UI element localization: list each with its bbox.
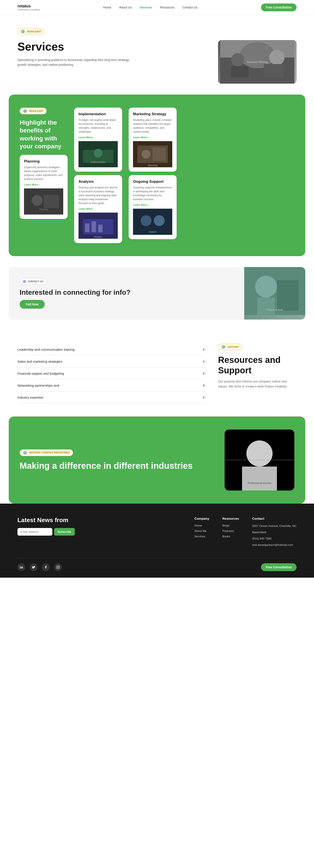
- subscribe-button[interactable]: Subscribe: [54, 528, 75, 536]
- analysis-arrow-icon: ›: [93, 207, 94, 210]
- analysis-title: Analysis: [79, 180, 118, 184]
- nav-about[interactable]: About Us: [119, 6, 132, 9]
- email-input[interactable]: [18, 528, 52, 536]
- linkedin-icon[interactable]: [18, 563, 25, 571]
- ongoing-image: Support: [133, 209, 172, 235]
- impl-title: Implementation: [79, 112, 118, 116]
- svg-text:Business Meeting: Business Meeting: [247, 61, 268, 64]
- analysis-learn-more[interactable]: Learn More ›: [79, 207, 118, 210]
- ongoing-desc: Coaching supports entrepreneurs in devel…: [133, 186, 172, 201]
- footer-company-heading: Company: [194, 517, 209, 520]
- nav-contact[interactable]: Contact Us: [182, 6, 197, 9]
- green-left: ⚙️ HIGHLIGHT Highlight the benefits of w…: [20, 107, 67, 219]
- support-badge: ⚙️ SUPPORT: [218, 343, 242, 350]
- footer-city: Bakersfield: [252, 530, 296, 535]
- planning-img-svg: Planning: [24, 188, 63, 215]
- impl-img-svg: Implementation: [79, 141, 118, 167]
- svg-rect-20: [98, 224, 103, 232]
- planning-card: Planning Organizing business strategies …: [20, 155, 67, 219]
- nav-cta-button[interactable]: Free Consultation: [261, 3, 296, 11]
- footer-cta-button[interactable]: Free Consultation: [261, 563, 296, 571]
- call-now-button[interactable]: Call Now: [20, 300, 45, 309]
- footer-company-home[interactable]: Home: [194, 524, 209, 527]
- hero-section: ⚙️ HIGHLIGHT Services Specializing in pr…: [0, 15, 314, 95]
- footer-books[interactable]: Books: [222, 535, 239, 538]
- svg-point-29: [154, 215, 165, 226]
- nav-home[interactable]: Home: [103, 6, 111, 9]
- implementation-card: Implementation To begin, thoroughly unde…: [74, 107, 122, 172]
- hero-badge-label: HIGHLIGHT: [27, 30, 41, 33]
- ongoing-learn-more[interactable]: Learn More ›: [133, 204, 172, 207]
- logo-sub: Coaching & Consulting: [18, 8, 40, 11]
- facebook-icon[interactable]: [42, 563, 50, 571]
- footer-resources-col: Resources Blogs Podcasts Books: [222, 517, 239, 549]
- linkedin-svg: [20, 565, 23, 569]
- industries-badge: ⚙️ SERVING VARIOUS INDUSTRIES: [20, 450, 73, 456]
- accordion-icon-1: ∨: [203, 347, 205, 351]
- svg-text:Person at desk: Person at desk: [267, 308, 283, 311]
- accordion-item-2[interactable]: Sales and marketing strategies ∨: [18, 355, 205, 368]
- hero-content: Services Specializing in providing guida…: [18, 40, 296, 84]
- accordion-item-5[interactable]: Industry expertise ∨: [18, 392, 205, 403]
- support-badge-icon: ⚙️: [221, 345, 226, 349]
- hero-badge: ⚙️ HIGHLIGHT: [18, 28, 45, 35]
- hero-title: Services: [18, 40, 205, 53]
- footer-blogs[interactable]: Blogs: [222, 524, 239, 527]
- accordion-icon-3: ∨: [203, 371, 205, 375]
- support-description: Our purpose also informs our company cul…: [218, 379, 296, 389]
- svg-rect-19: [92, 221, 96, 232]
- contact-img-svg: Person at desk: [244, 267, 305, 315]
- accordion-icon-2: ∨: [203, 360, 205, 363]
- marketing-desc: Marketing plans include a market analysi…: [133, 118, 172, 134]
- planning-desc: Organizing business strategies allows or…: [24, 165, 63, 181]
- footer-podcasts[interactable]: Podcasts: [222, 529, 239, 533]
- contact-left: ◎ CONTACT US Interested in connecting fo…: [9, 267, 244, 319]
- accordion-item-4[interactable]: Networking partnerships and ∨: [18, 379, 205, 392]
- svg-point-38: [247, 440, 273, 467]
- accordion-wrap: Leadership and communication training ∨ …: [18, 343, 205, 403]
- industries-badge-label: SERVING VARIOUS INDUSTRIES: [29, 451, 70, 454]
- footer-company-services[interactable]: Services: [194, 535, 209, 538]
- industries-badge-icon: ⚙️: [23, 451, 27, 455]
- svg-rect-33: [257, 298, 275, 315]
- svg-text:Marketing: Marketing: [148, 164, 158, 167]
- impl-learn-more[interactable]: Learn More ›: [79, 136, 118, 139]
- accordion-item-3[interactable]: Financial support and budgeting ∨: [18, 368, 205, 379]
- accordion-label-4: Networking partnerships and: [18, 383, 59, 387]
- twitter-icon[interactable]: [30, 563, 37, 571]
- accordion-icon-5: ∨: [203, 395, 205, 399]
- footer-company-about[interactable]: About Me: [194, 529, 209, 533]
- marketing-card: Marketing Strategy Marketing plans inclu…: [129, 107, 177, 172]
- support-heading: Resources and Support: [218, 354, 296, 375]
- svg-point-14: [94, 149, 103, 157]
- svg-rect-43: [56, 566, 59, 568]
- svg-rect-10: [44, 195, 59, 208]
- planning-learn-more[interactable]: Learn More ›: [24, 183, 63, 186]
- contact-badge-label: CONTACT US: [28, 280, 43, 283]
- ongoing-img-svg: Support: [133, 209, 172, 235]
- nav-services[interactable]: Services: [140, 6, 152, 9]
- nav-resources[interactable]: Resources: [160, 6, 175, 9]
- marketing-learn-more[interactable]: Learn More ›: [133, 136, 172, 139]
- svg-text:Implementation: Implementation: [91, 161, 106, 163]
- marketing-image: Marketing: [133, 141, 172, 167]
- nav-links: Home About Us Services Resources Contact…: [103, 6, 198, 9]
- accordion-label-5: Industry expertise: [18, 396, 43, 399]
- contact-section: ◎ CONTACT US Interested in connecting fo…: [9, 267, 305, 319]
- marketing-title: Marketing Strategy: [133, 112, 172, 116]
- impl-desc: To begin, thoroughly understand the busi…: [79, 118, 118, 134]
- industries-section: ⚙️ SERVING VARIOUS INDUSTRIES Making a d…: [9, 416, 305, 504]
- svg-point-4: [269, 50, 285, 65]
- middle-cards: Implementation To begin, thoroughly unde…: [74, 107, 122, 243]
- twitter-svg: [32, 565, 35, 569]
- right-cards: Marketing Strategy Marketing plans inclu…: [129, 107, 177, 239]
- instagram-icon[interactable]: [54, 563, 62, 571]
- planning-image: Planning: [24, 188, 63, 215]
- footer-contact-heading: Contact: [252, 517, 296, 520]
- industries-image: Professional woman: [225, 430, 294, 491]
- accordion-item-1[interactable]: Leadership and communication training ∨: [18, 343, 205, 355]
- svg-point-28: [141, 215, 151, 226]
- footer-bottom: Free Consultation: [18, 558, 296, 571]
- svg-text:Analysis: Analysis: [94, 236, 102, 238]
- contact-heading: Interested in connecting for info?: [20, 288, 233, 297]
